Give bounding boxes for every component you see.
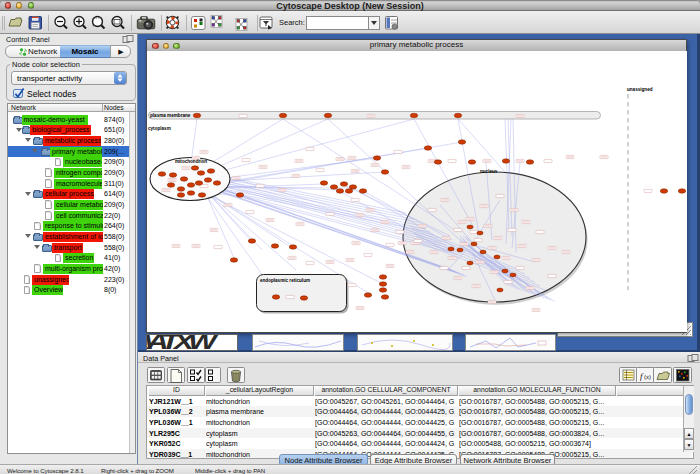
- svg-text:plasma membrane: plasma membrane: [150, 113, 191, 118]
- svg-text:Search:: Search:: [279, 18, 305, 27]
- svg-text:(x): (x): [644, 374, 651, 380]
- svg-text:unassigned: unassigned: [627, 87, 653, 92]
- svg-text:mitochondrion: mitochondrion: [175, 159, 207, 164]
- svg-text:cytoplasm: cytoplasm: [148, 126, 171, 131]
- svg-text:endoplasmic reticulum: endoplasmic reticulum: [260, 278, 310, 283]
- svg-text:nucleus: nucleus: [480, 169, 498, 174]
